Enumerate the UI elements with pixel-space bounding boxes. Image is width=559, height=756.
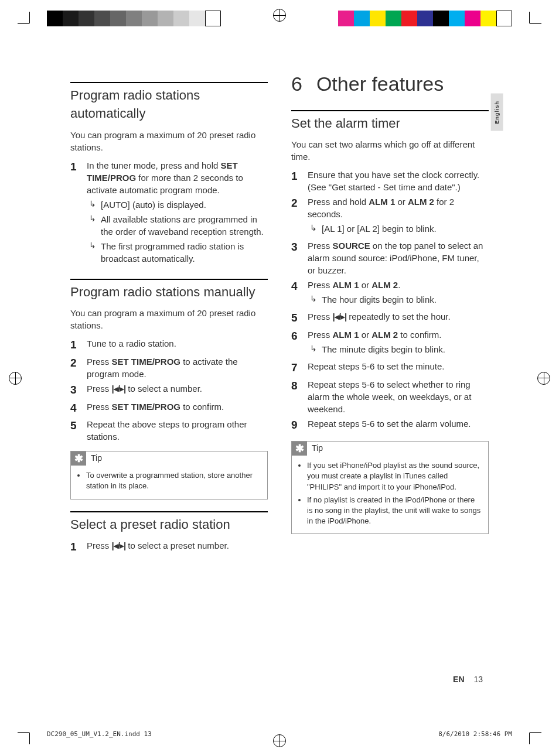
- step-number: 1: [70, 159, 87, 267]
- tip-icon: ✱: [292, 442, 307, 456]
- tip-item: If no playlist is created in the iPod/iP…: [307, 495, 482, 527]
- chapter-title: Other features: [316, 73, 444, 95]
- step-item: 8Repeat steps 5-6 to select whether to r…: [291, 378, 489, 415]
- crop-mark-icon: [29, 715, 47, 733]
- step-list: 1Press |◂/▸| to select a preset number.: [70, 539, 268, 555]
- button-label-text: ALM 2: [408, 197, 434, 207]
- step-text: to select a number.: [125, 384, 202, 394]
- step-number: 8: [291, 378, 308, 415]
- step-body: Repeat steps 5-6 to set the alarm volume…: [308, 418, 489, 433]
- button-label-text: ALM 1: [333, 280, 359, 290]
- step-body: Press |◂/▸| repeatedly to set the hour.: [308, 310, 489, 326]
- step-text: Press: [308, 241, 333, 251]
- step-number: 9: [291, 418, 308, 433]
- step-text: to confirm.: [180, 402, 224, 412]
- step-item: 6 Press ALM 1 or ALM 2 to confirm. The m…: [291, 329, 489, 358]
- result-item: [AUTO] (auto) is displayed.: [87, 199, 268, 211]
- skip-track-icon: |◂/▸|: [112, 384, 126, 394]
- step-text: to confirm.: [398, 330, 441, 340]
- step-item: 4 Press ALM 1 or ALM 2. The hour digits …: [291, 279, 489, 308]
- tip-icon: ✱: [71, 451, 86, 466]
- crop-mark-icon: [512, 715, 530, 733]
- step-body: Repeat the above steps to program other …: [87, 418, 268, 443]
- step-text: Press: [308, 330, 333, 340]
- skip-track-icon: |◂/▸|: [112, 541, 126, 550]
- step-number: 2: [291, 196, 308, 237]
- section-heading: Program radio stations automatically: [70, 82, 268, 123]
- step-number: 4: [291, 279, 308, 308]
- intro-text: You can program a maximum of 20 preset r…: [70, 129, 268, 153]
- result-list: [AL 1] or [AL 2] begin to blink.: [308, 223, 489, 235]
- registration-mark-icon: [9, 372, 22, 385]
- registration-mark-icon: [273, 9, 286, 22]
- step-text: In the tuner mode, press and hold: [87, 160, 220, 170]
- step-number: 5: [70, 418, 87, 443]
- left-column: Program radio stations automatically You…: [70, 70, 268, 686]
- step-text: .: [398, 280, 400, 290]
- step-list: 1Tune to a radio station. 2Press SET TIM…: [70, 337, 268, 443]
- step-item: 2Press SET TIME/PROG to activate the pro…: [70, 355, 268, 380]
- step-text: Press: [87, 402, 112, 412]
- step-text: Press: [87, 384, 112, 394]
- skip-track-icon: |◂/▸|: [333, 312, 347, 321]
- step-number: 1: [70, 539, 87, 555]
- step-body: Repeat steps 5-6 to set the minute.: [308, 360, 489, 376]
- registration-mark-icon: [537, 372, 550, 385]
- print-timestamp: 8/6/2010 2:58:46 PM: [438, 730, 512, 738]
- result-item: All available stations are programmed in…: [87, 213, 268, 238]
- tip-header: ✱ Tip: [71, 451, 267, 466]
- step-body: Press SOURCE on the top panel to select …: [308, 240, 489, 276]
- tip-item: To overwrite a programmed station, store…: [86, 470, 261, 491]
- chapter-heading: 6Other features: [291, 70, 489, 98]
- step-body: Press |◂/▸| to select a preset number.: [87, 539, 268, 555]
- step-body: Press |◂/▸| to select a number.: [87, 382, 268, 398]
- button-label-text: SET TIME/PROG: [112, 357, 181, 367]
- grayscale-strip: [47, 11, 221, 26]
- step-text: or: [359, 280, 372, 290]
- intro-text: You can program a maximum of 20 preset r…: [70, 307, 268, 331]
- section-heading: Set the alarm timer: [291, 110, 489, 133]
- step-item: 5Press |◂/▸| repeatedly to set the hour.: [291, 310, 489, 326]
- step-item: 1 In the tuner mode, press and hold SET …: [70, 159, 268, 267]
- step-item: 1Press |◂/▸| to select a preset number.: [70, 539, 268, 555]
- step-body: In the tuner mode, press and hold SET TI…: [87, 159, 268, 267]
- step-number: 1: [291, 169, 308, 193]
- right-column: 6Other features Set the alarm timer You …: [291, 70, 489, 686]
- print-file-path: DC290_05_UM_V1.2_EN.indd 13: [47, 730, 152, 738]
- button-label-text: ALM 1: [333, 330, 359, 340]
- language-tab: English: [491, 94, 503, 131]
- step-text: repeatedly to set the hour.: [346, 312, 451, 321]
- step-number: 3: [70, 382, 87, 398]
- step-item: 1Ensure that you have set the clock corr…: [291, 169, 489, 193]
- step-item: 4Press SET TIME/PROG to confirm.: [70, 401, 268, 416]
- page-content: Program radio stations automatically You…: [70, 70, 489, 686]
- crop-mark-icon: [29, 23, 47, 41]
- button-label-text: SET TIME/PROG: [112, 402, 181, 412]
- tip-box: ✱ Tip To overwrite a programmed station,…: [70, 451, 268, 499]
- step-body: Press and hold ALM 1 or ALM 2 for 2 seco…: [308, 196, 489, 237]
- step-body: Press SET TIME/PROG to activate the prog…: [87, 355, 268, 380]
- step-body: Ensure that you have set the clock corre…: [308, 169, 489, 193]
- button-label-text: ALM 2: [371, 280, 398, 290]
- step-text: Press: [87, 357, 112, 367]
- tip-header: ✱ Tip: [292, 442, 488, 456]
- tip-box: ✱ Tip If you set iPhone/iPod playlist as…: [291, 441, 489, 534]
- step-text: Press and hold: [308, 197, 369, 207]
- step-text: Press: [308, 312, 333, 321]
- button-label-text: ALM 2: [371, 330, 398, 340]
- tip-label: Tip: [312, 443, 323, 454]
- page-footer: EN 13: [453, 674, 483, 686]
- section-heading: Program radio stations manually: [70, 279, 268, 302]
- step-body: Press SET TIME/PROG to confirm.: [87, 401, 268, 416]
- tip-item: If you set iPhone/iPod playlist as the s…: [307, 460, 482, 492]
- step-text: Press: [308, 280, 333, 290]
- step-text: or: [395, 197, 408, 207]
- step-list: 1Ensure that you have set the clock corr…: [291, 169, 489, 433]
- result-item: The minute digits begin to blink.: [308, 343, 489, 355]
- section-heading: Select a preset radio station: [70, 511, 268, 534]
- step-body: Press ALM 1 or ALM 2 to confirm. The min…: [308, 329, 489, 358]
- step-body: Tune to a radio station.: [87, 337, 268, 353]
- footer-page-number: 13: [473, 675, 483, 684]
- intro-text: You can set two alarms which go off at d…: [291, 138, 489, 163]
- button-label-text: SOURCE: [333, 241, 370, 251]
